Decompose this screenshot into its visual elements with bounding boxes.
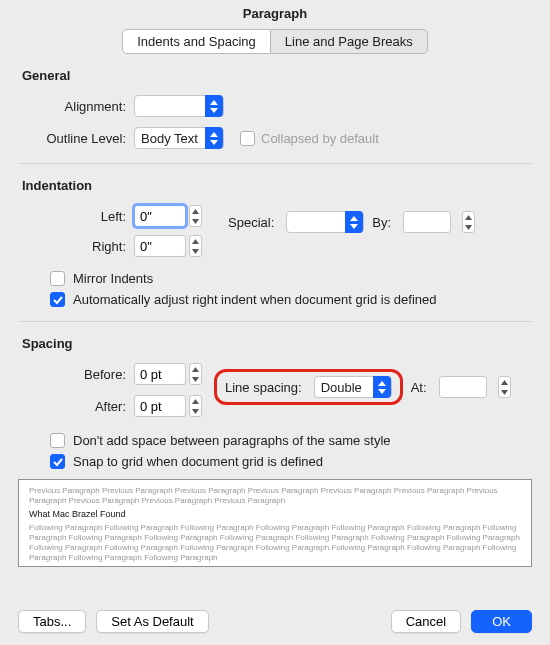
tab-bar: Indents and Spacing Line and Page Breaks: [18, 29, 532, 54]
svg-marker-0: [210, 100, 218, 105]
line-spacing-select[interactable]: Double: [314, 376, 392, 398]
before-label: Before:: [18, 367, 134, 382]
by-label: By:: [372, 215, 391, 230]
svg-marker-10: [465, 215, 472, 220]
updown-icon: [205, 127, 223, 149]
preview-previous: Previous Paragraph Previous Paragraph Pr…: [29, 486, 521, 506]
before-stepper[interactable]: [189, 363, 202, 385]
after-label: After:: [18, 399, 134, 414]
section-general-heading: General: [22, 68, 532, 83]
svg-marker-5: [192, 219, 199, 224]
window-title: Paragraph: [0, 0, 550, 29]
line-spacing-label: Line spacing:: [225, 380, 302, 395]
chevron-down-icon: [190, 246, 201, 256]
after-stepper[interactable]: [189, 395, 202, 417]
by-input[interactable]: [403, 211, 451, 233]
cancel-button[interactable]: Cancel: [391, 610, 461, 633]
mirror-indents-checkbox[interactable]: [50, 271, 65, 286]
svg-marker-14: [192, 399, 199, 404]
outline-level-label: Outline Level:: [18, 131, 134, 146]
special-label: Special:: [228, 215, 274, 230]
after-input[interactable]: [134, 395, 186, 417]
outline-level-value: Body Text: [141, 131, 205, 146]
alignment-label: Alignment:: [18, 99, 134, 114]
chevron-up-icon: [463, 212, 474, 222]
outline-level-select[interactable]: Body Text: [134, 127, 224, 149]
at-label: At:: [411, 380, 427, 395]
special-select[interactable]: [286, 211, 364, 233]
section-indentation-heading: Indentation: [22, 178, 532, 193]
svg-marker-13: [192, 377, 199, 382]
svg-marker-19: [501, 390, 508, 395]
chevron-down-icon: [190, 374, 201, 384]
divider: [18, 163, 532, 164]
indent-right-stepper[interactable]: [189, 235, 202, 257]
chevron-up-icon: [190, 396, 201, 406]
no-space-checkbox[interactable]: [50, 433, 65, 448]
chevron-up-icon: [190, 364, 201, 374]
svg-marker-7: [192, 249, 199, 254]
indent-right-input[interactable]: [134, 235, 186, 257]
tab-line-page-breaks[interactable]: Line and Page Breaks: [271, 29, 428, 54]
alignment-select[interactable]: [134, 95, 224, 117]
line-spacing-value: Double: [321, 380, 373, 395]
svg-marker-15: [192, 409, 199, 414]
chevron-up-icon: [190, 206, 201, 216]
dialog-body: Indents and Spacing Line and Page Breaks…: [0, 29, 550, 567]
updown-icon: [345, 211, 363, 233]
svg-marker-6: [192, 239, 199, 244]
at-stepper[interactable]: [498, 376, 511, 398]
preview-sample-text: What Mac Brazel Found: [29, 509, 521, 520]
svg-marker-11: [465, 225, 472, 230]
collapsed-checkbox: [240, 131, 255, 146]
chevron-down-icon: [499, 387, 510, 397]
indent-right-label: Right:: [18, 239, 134, 254]
dialog-footer: Tabs... Set As Default Cancel OK: [18, 610, 532, 633]
svg-marker-3: [210, 140, 218, 145]
tabs-button[interactable]: Tabs...: [18, 610, 86, 633]
indent-left-stepper[interactable]: [189, 205, 202, 227]
chevron-down-icon: [190, 216, 201, 226]
divider: [18, 321, 532, 322]
chevron-up-icon: [499, 377, 510, 387]
svg-marker-1: [210, 108, 218, 113]
before-input[interactable]: [134, 363, 186, 385]
chevron-down-icon: [190, 406, 201, 416]
indent-left-input[interactable]: [134, 205, 186, 227]
chevron-down-icon: [463, 222, 474, 232]
chevron-up-icon: [190, 236, 201, 246]
preview-pane: Previous Paragraph Previous Paragraph Pr…: [18, 479, 532, 567]
updown-icon: [373, 376, 391, 398]
svg-marker-4: [192, 209, 199, 214]
mirror-indents-label: Mirror Indents: [73, 271, 153, 286]
auto-adjust-label: Automatically adjust right indent when d…: [73, 292, 437, 307]
svg-marker-9: [350, 224, 358, 229]
snap-grid-checkbox[interactable]: [50, 454, 65, 469]
at-input[interactable]: [439, 376, 487, 398]
no-space-label: Don't add space between paragraphs of th…: [73, 433, 391, 448]
set-default-button[interactable]: Set As Default: [96, 610, 208, 633]
svg-marker-8: [350, 216, 358, 221]
svg-marker-12: [192, 367, 199, 372]
collapsed-checkbox-container: Collapsed by default: [240, 131, 379, 146]
collapsed-label: Collapsed by default: [261, 131, 379, 146]
preview-following: Following Paragraph Following Paragraph …: [29, 523, 521, 563]
tab-indents-spacing[interactable]: Indents and Spacing: [122, 29, 271, 54]
svg-marker-16: [378, 381, 386, 386]
auto-adjust-checkbox[interactable]: [50, 292, 65, 307]
svg-marker-17: [378, 389, 386, 394]
svg-marker-2: [210, 132, 218, 137]
updown-icon: [205, 95, 223, 117]
section-spacing-heading: Spacing: [22, 336, 532, 351]
ok-button[interactable]: OK: [471, 610, 532, 633]
line-spacing-highlight: Line spacing: Double: [214, 369, 403, 405]
indent-left-label: Left:: [18, 209, 134, 224]
snap-grid-label: Snap to grid when document grid is defin…: [73, 454, 323, 469]
by-stepper[interactable]: [462, 211, 475, 233]
svg-marker-18: [501, 380, 508, 385]
